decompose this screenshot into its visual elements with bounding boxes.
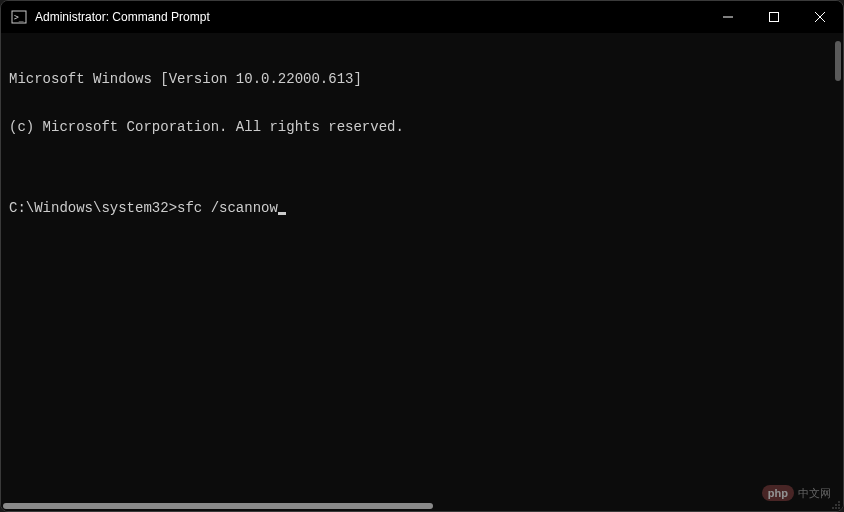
command-prompt-window: >_ Administrator: Command Prompt Microso… bbox=[0, 0, 844, 512]
svg-point-9 bbox=[838, 507, 840, 509]
terminal-output[interactable]: Microsoft Windows [Version 10.0.22000.61… bbox=[1, 33, 843, 511]
prompt-line: C:\Windows\system32>sfc /scannow bbox=[9, 200, 835, 216]
svg-point-6 bbox=[838, 501, 840, 503]
vertical-scrollbar[interactable] bbox=[835, 41, 841, 81]
svg-rect-3 bbox=[770, 13, 779, 22]
window-controls bbox=[705, 1, 843, 33]
horizontal-scrollbar[interactable] bbox=[3, 503, 433, 509]
svg-point-11 bbox=[832, 507, 834, 509]
minimize-button[interactable] bbox=[705, 1, 751, 33]
output-line: (c) Microsoft Corporation. All rights re… bbox=[9, 119, 835, 135]
svg-point-7 bbox=[838, 504, 840, 506]
resize-grip[interactable] bbox=[829, 497, 841, 509]
svg-point-10 bbox=[835, 507, 837, 509]
window-title: Administrator: Command Prompt bbox=[35, 10, 705, 24]
text-cursor bbox=[278, 212, 286, 215]
output-line: Microsoft Windows [Version 10.0.22000.61… bbox=[9, 71, 835, 87]
close-button[interactable] bbox=[797, 1, 843, 33]
maximize-button[interactable] bbox=[751, 1, 797, 33]
prompt-path: C:\Windows\system32> bbox=[9, 200, 177, 216]
titlebar[interactable]: >_ Administrator: Command Prompt bbox=[1, 1, 843, 33]
typed-command: sfc /scannow bbox=[177, 200, 278, 216]
svg-point-8 bbox=[835, 504, 837, 506]
svg-text:>_: >_ bbox=[14, 13, 24, 22]
cmd-icon: >_ bbox=[11, 9, 27, 25]
